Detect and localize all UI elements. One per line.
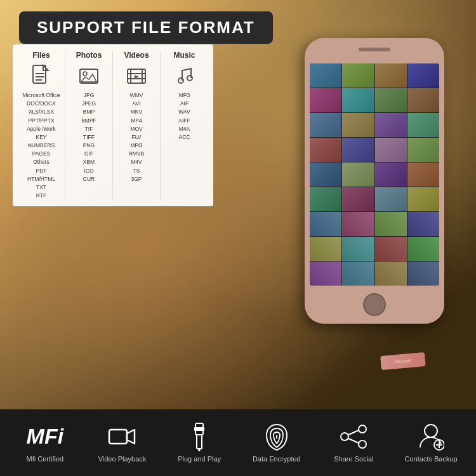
svg-rect-16 bbox=[197, 435, 202, 449]
photo-cell bbox=[310, 162, 341, 187]
contacts-icon bbox=[416, 422, 446, 451]
photo-cell bbox=[310, 212, 341, 236]
format-col-music: Music MP3AIFWAVAIFFM4AACC bbox=[161, 51, 208, 200]
format-table: Files Microsoft OfficeDOC/DOCXXLS/XLSXPP… bbox=[13, 44, 213, 206]
photo-cell bbox=[375, 88, 407, 112]
svg-point-25 bbox=[425, 425, 437, 437]
feature-video: Video Playback bbox=[87, 422, 157, 463]
svg-rect-18 bbox=[194, 427, 204, 431]
photo-cell bbox=[342, 162, 374, 187]
contacts-label: Contacts Backup bbox=[405, 455, 458, 463]
feature-contacts: Contacts Backup bbox=[396, 422, 466, 463]
photo-cell bbox=[342, 138, 374, 162]
photo-cell bbox=[375, 63, 407, 88]
photo-cell bbox=[342, 113, 374, 137]
photo-cell bbox=[407, 261, 439, 286]
share-icon bbox=[339, 422, 368, 451]
photo-cell bbox=[342, 88, 374, 112]
photo-cell bbox=[407, 187, 439, 211]
phone-screen bbox=[310, 63, 439, 286]
files-items: Microsoft OfficeDOC/DOCXXLS/XLSXPPT/PPTX… bbox=[22, 91, 61, 200]
social-label: Share Social bbox=[334, 455, 373, 463]
svg-rect-10 bbox=[128, 78, 145, 79]
svg-rect-9 bbox=[128, 73, 145, 74]
svg-rect-1 bbox=[36, 73, 44, 74]
header-title: SUPPORT FILE FORMAT bbox=[37, 18, 255, 37]
camera-icon bbox=[107, 422, 136, 451]
svg-rect-14 bbox=[109, 430, 127, 444]
mfi-icon: MFi bbox=[30, 422, 60, 451]
video-label: Video Playback bbox=[98, 455, 147, 463]
svg-rect-8 bbox=[142, 69, 143, 83]
encrypt-label: Data Encrypted bbox=[253, 455, 301, 463]
photo-cell bbox=[407, 212, 439, 236]
svg-rect-4 bbox=[80, 69, 98, 83]
bottom-bar: MFi Mfi Certified Video Playback Plug an… bbox=[0, 409, 476, 476]
photos-icon bbox=[79, 63, 99, 88]
photo-cell bbox=[310, 113, 341, 137]
svg-rect-7 bbox=[130, 69, 131, 83]
photo-cell bbox=[375, 212, 407, 236]
photo-cell bbox=[375, 261, 407, 286]
videos-icon bbox=[126, 63, 147, 88]
usb-drive bbox=[380, 352, 426, 370]
format-col-videos: Videos WMVAVIMKVMP4MOVFLVMPGRMVBM4VTS3GP bbox=[113, 51, 161, 200]
plug-label: Plug and Play bbox=[178, 455, 221, 463]
fingerprint-icon bbox=[262, 422, 291, 451]
feature-mfi: MFi Mfi Certified bbox=[10, 422, 80, 463]
phone-area bbox=[235, 38, 463, 393]
svg-point-21 bbox=[341, 433, 348, 440]
photo-cell bbox=[310, 237, 341, 261]
header-banner: SUPPORT FILE FORMAT bbox=[19, 11, 273, 44]
photo-cell bbox=[310, 63, 341, 88]
photo-cell bbox=[310, 138, 341, 162]
svg-point-20 bbox=[359, 425, 366, 433]
photo-cell bbox=[342, 187, 374, 211]
photo-cell bbox=[407, 63, 439, 88]
videos-header: Videos bbox=[117, 51, 156, 60]
phone-mockup bbox=[305, 38, 444, 324]
svg-line-24 bbox=[348, 439, 359, 443]
files-header: Files bbox=[22, 51, 61, 60]
svg-rect-3 bbox=[36, 79, 42, 81]
photo-cell bbox=[375, 138, 407, 162]
format-col-files: Files Microsoft OfficeDOC/DOCXXLS/XLSXPP… bbox=[18, 51, 65, 200]
photos-items: JPGJPEGBMPBMPFTIFTIFFPNGGIFXBMICOCUR bbox=[69, 91, 109, 183]
phone-speaker bbox=[359, 48, 390, 51]
photo-cell bbox=[310, 88, 341, 112]
photo-cell bbox=[375, 113, 407, 137]
photo-cell bbox=[310, 261, 341, 286]
svg-line-23 bbox=[348, 430, 359, 435]
feature-encrypt: Data Encrypted bbox=[242, 422, 312, 463]
music-items: MP3AIFWAVAIFFM4AACC bbox=[164, 91, 204, 142]
svg-rect-2 bbox=[36, 76, 44, 77]
files-icon bbox=[31, 63, 51, 88]
photo-cell bbox=[407, 88, 439, 112]
usb-icon bbox=[185, 422, 214, 451]
photo-cell bbox=[342, 261, 374, 286]
music-icon bbox=[175, 63, 195, 88]
photo-cell bbox=[375, 162, 407, 187]
photo-cell bbox=[407, 162, 439, 187]
mfi-label: Mfi Certified bbox=[26, 455, 63, 463]
format-col-photos: Photos JPGJPEGBMPBMPFTIFTIFFPNGGIFXBMICO… bbox=[65, 51, 113, 200]
photo-cell bbox=[342, 237, 374, 261]
svg-point-5 bbox=[83, 72, 87, 76]
photo-cell bbox=[375, 237, 407, 261]
mfi-text: MFi bbox=[27, 424, 64, 449]
videos-items: WMVAVIMKVMP4MOVFLVMPGRMVBM4VTS3GP bbox=[117, 91, 156, 183]
feature-plug: Plug and Play bbox=[164, 422, 234, 463]
svg-point-22 bbox=[359, 440, 366, 448]
photo-cell bbox=[407, 113, 439, 137]
feature-social: Share Social bbox=[319, 422, 388, 463]
photo-cell bbox=[407, 237, 439, 261]
photo-cell bbox=[375, 187, 407, 211]
photo-cell bbox=[310, 187, 341, 211]
photo-cell bbox=[342, 63, 374, 88]
photos-header: Photos bbox=[69, 51, 109, 60]
photo-cell bbox=[407, 138, 439, 162]
photo-cell bbox=[342, 212, 374, 236]
phone-home-button bbox=[363, 293, 386, 316]
music-header: Music bbox=[164, 51, 204, 60]
